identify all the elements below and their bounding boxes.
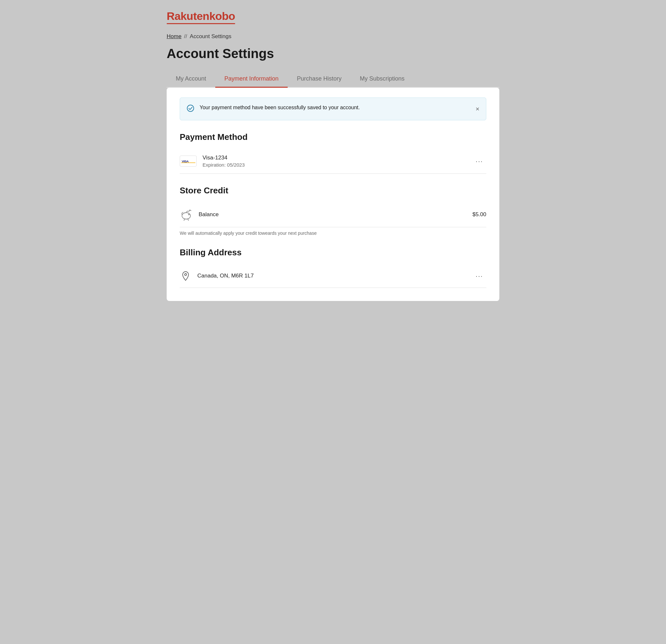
breadcrumb-home-link[interactable]: Home — [166, 33, 181, 40]
billing-address-heading: Billing Address — [180, 248, 486, 257]
balance-amount: $5.00 — [472, 211, 486, 218]
breadcrumb: Home // Account Settings — [166, 33, 500, 40]
page-title: Account Settings — [166, 46, 500, 61]
payment-card-row: VISA Visa-1234 Expiration: 05/2023 ··· — [180, 149, 486, 174]
tab-purchase-history[interactable]: Purchase History — [288, 71, 351, 88]
tab-my-subscriptions[interactable]: My Subscriptions — [351, 71, 414, 88]
balance-label: Balance — [199, 211, 467, 218]
logo: Rakutenkobo — [166, 10, 500, 24]
alert-message: Your payment method have been successful… — [199, 104, 479, 111]
store-credit-section: Store Credit Balance $ — [180, 185, 486, 236]
alert-close-button[interactable]: × — [474, 104, 481, 113]
wallet-icon — [180, 208, 193, 221]
breadcrumb-separator: // — [184, 33, 187, 40]
address-row: Canada, ON, M6R 1L7 ··· — [180, 264, 486, 288]
logo-underline — [166, 23, 235, 24]
billing-address-section: Billing Address Canada, ON, M6R 1L7 ··· — [180, 248, 486, 288]
payment-more-button[interactable]: ··· — [472, 156, 486, 166]
payment-method-heading: Payment Method — [180, 132, 486, 142]
payment-card-info: Visa-1234 Expiration: 05/2023 — [203, 155, 467, 167]
visa-logo: VISA — [180, 156, 197, 167]
store-credit-heading: Store Credit — [180, 185, 486, 196]
svg-point-0 — [187, 105, 194, 111]
balance-row: Balance $5.00 — [180, 202, 486, 227]
svg-point-6 — [185, 273, 187, 275]
svg-point-5 — [188, 214, 190, 215]
check-circle-icon — [187, 104, 194, 114]
payment-method-section: Payment Method VISA Visa-1234 Expiration… — [180, 132, 486, 174]
tabs-nav: My Account Payment Information Purchase … — [166, 71, 500, 88]
logo-kobo: kobo — [209, 10, 235, 22]
billing-address-text: Canada, ON, M6R 1L7 — [197, 273, 467, 279]
card-expiry: Expiration: 05/2023 — [203, 162, 467, 167]
card-name: Visa-1234 — [203, 155, 467, 161]
billing-more-button[interactable]: ··· — [472, 271, 486, 281]
location-pin-icon — [180, 270, 191, 282]
tab-payment-information[interactable]: Payment Information — [215, 71, 288, 88]
content-card: Your payment method have been successful… — [166, 88, 500, 301]
tab-my-account[interactable]: My Account — [166, 71, 215, 88]
breadcrumb-current: Account Settings — [190, 33, 231, 40]
svg-point-4 — [182, 213, 191, 219]
logo-rakuten: Rakuten — [166, 10, 209, 22]
credit-note: We will automatically apply your credit … — [180, 231, 486, 236]
success-alert: Your payment method have been successful… — [180, 97, 486, 120]
